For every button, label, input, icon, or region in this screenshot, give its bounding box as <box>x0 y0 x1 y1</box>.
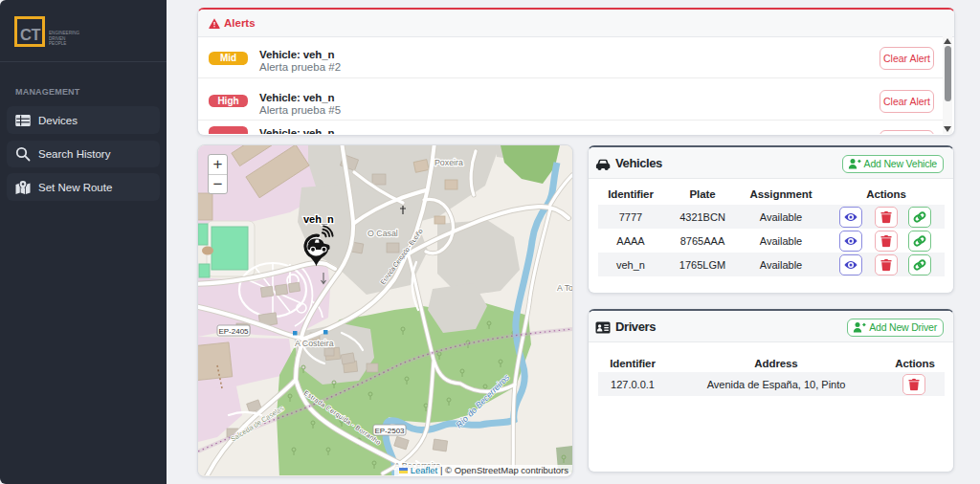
svg-text:veh_n: veh_n <box>303 213 334 225</box>
svg-text:DRIVEN: DRIVEN <box>49 36 65 41</box>
svg-text:Poxeira: Poxeira <box>434 158 463 167</box>
svg-text:EP-2503: EP-2503 <box>374 427 405 435</box>
svg-text:ENGINEERING: ENGINEERING <box>49 31 80 35</box>
svg-text:A To: A To <box>557 283 572 293</box>
svg-text:EP-2405: EP-2405 <box>218 327 249 336</box>
svg-text:O Casal: O Casal <box>368 229 398 238</box>
svg-text:A Costeira: A Costeira <box>295 339 334 348</box>
svg-text:PEOPLE: PEOPLE <box>49 41 66 46</box>
